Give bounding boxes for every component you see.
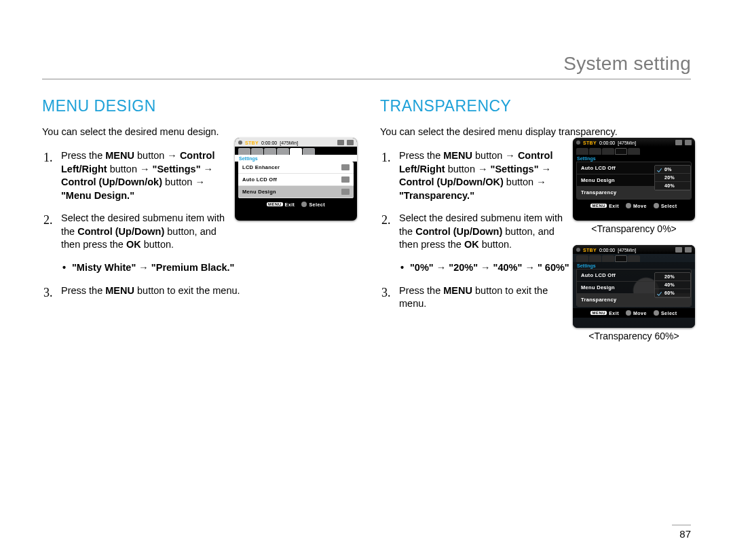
battery-icon	[685, 247, 692, 253]
card-icon	[675, 247, 682, 253]
text: button →	[445, 164, 491, 174]
move-circle-icon	[626, 310, 631, 316]
text-bold: "Transparency."	[399, 190, 474, 201]
menu-row-label: Auto LCD Off	[581, 165, 616, 171]
heading-transparency: TRANSPARENCY	[380, 97, 691, 115]
menu-row-label: Auto LCD Off	[242, 176, 277, 183]
submenu-option: 20%	[655, 174, 690, 182]
menu-row: LCD Enhancer	[238, 162, 354, 174]
exit-label: Exit	[609, 311, 619, 316]
step-2: Select the desired submenu item with the…	[380, 212, 576, 252]
step-1: Press the MENU button → Control Left/Rig…	[42, 149, 238, 202]
text: Press the	[399, 285, 443, 296]
text: button →	[472, 150, 518, 161]
text: →	[539, 164, 552, 174]
select-label: Select	[661, 311, 677, 316]
tab-icon-active	[290, 148, 302, 155]
menu-row-selected: Menu Design	[238, 186, 354, 198]
move-label: Move	[633, 204, 647, 208]
select-label: Select	[309, 202, 325, 207]
step-3: Press the MENU button to exit the menu.	[42, 284, 333, 298]
text: button.	[141, 239, 174, 250]
tab-icon-active	[615, 255, 627, 262]
step-3: Press the MENU button to exit the menu.	[380, 284, 576, 311]
menu-row-label: Menu Design	[242, 189, 276, 195]
menu-badge: MENU	[590, 204, 607, 208]
text-bold: MENU	[105, 285, 134, 296]
submenu-option: 40%	[655, 281, 690, 289]
stby-label: STBY	[583, 141, 597, 145]
text-bold: Control (Up/Down/OK)	[399, 176, 504, 187]
tab-icon	[277, 148, 289, 155]
move-circle-icon	[626, 203, 631, 208]
text: Press the	[61, 285, 105, 296]
menu-row-label: Menu Design	[581, 177, 615, 183]
lcd-transparency-0: STBY 0:00:00 [475Min] Settings Auto LC	[573, 138, 695, 221]
tab-icon	[303, 148, 315, 155]
tab-icon	[589, 255, 601, 262]
tab-icon-active	[615, 148, 627, 155]
tab-icon	[602, 255, 614, 262]
tab-icon	[264, 148, 276, 155]
timecode: 0:00:00	[599, 141, 615, 145]
exit-label: Exit	[609, 204, 619, 208]
step-2: Select the desired submenu item with the…	[42, 212, 238, 252]
remain-time: [475Min]	[618, 141, 636, 145]
record-dot-icon	[576, 141, 580, 145]
column-menu-design: MENU DESIGN You can select the desired m…	[42, 94, 353, 320]
menu-row-label: Transparency	[581, 189, 616, 195]
bullet-options: "Misty White" → "Premium Black."	[62, 261, 353, 275]
menu-badge: MENU	[267, 202, 283, 206]
submenu-option-selected: 0%	[655, 166, 690, 174]
row-icon	[341, 164, 350, 170]
settings-label: Settings	[573, 262, 695, 269]
remain-time: [475Min]	[618, 248, 636, 253]
text: button →	[107, 164, 153, 174]
settings-label: Settings	[573, 155, 695, 162]
timecode: 0:00:00	[599, 248, 615, 253]
tab-icon	[628, 255, 640, 262]
record-dot-icon	[576, 248, 580, 252]
submenu-option: 20%	[655, 273, 690, 281]
text: button to exit the menu.	[134, 285, 240, 296]
text-bold: "Menu Design."	[61, 190, 134, 201]
text-bold: MENU	[105, 150, 134, 161]
battery-icon	[685, 140, 692, 145]
tab-icon	[628, 148, 640, 155]
record-dot-icon	[238, 141, 242, 145]
menu-badge: MENU	[590, 311, 607, 315]
menu-row-label: LCD Enhancer	[242, 164, 280, 170]
tab-icon	[238, 148, 250, 155]
heading-menu-design: MENU DESIGN	[42, 97, 353, 115]
text-bold: Control (Up/Down)	[415, 226, 502, 237]
remain-time: [475Min]	[280, 141, 298, 145]
text: button.	[479, 239, 512, 250]
tab-icon	[251, 148, 263, 155]
tab-icon	[576, 255, 588, 262]
select-label: Select	[661, 204, 677, 208]
tab-icon	[602, 148, 614, 155]
intro-menu-design: You can select the desired menu design.	[42, 126, 353, 137]
text: →	[201, 164, 214, 174]
menu-row-label: Menu Design	[581, 284, 615, 291]
submenu-option-selected: 60%	[655, 289, 690, 297]
text: Press the	[61, 150, 105, 161]
lcd-transparency-60: STBY 0:00:00 [475Min] Settings Auto LC	[573, 245, 695, 328]
battery-icon	[347, 140, 354, 145]
row-icon	[341, 189, 350, 195]
text-bold: Control (Up/Down)	[77, 226, 164, 237]
menu-row-label: Transparency	[581, 297, 616, 303]
text: button →	[162, 176, 205, 187]
timecode: 0:00:00	[261, 141, 277, 145]
column-transparency: TRANSPARENCY You can select the desired …	[380, 94, 691, 320]
page-number: 87	[672, 525, 691, 540]
step-1: Press the MENU button → Control Left/Rig…	[380, 149, 576, 202]
submenu-option: 40%	[655, 182, 690, 190]
caption-transparency-0: <Transparency 0%>	[573, 223, 695, 234]
text-bold: Control (Up/Down/ok)	[61, 176, 162, 187]
move-label: Move	[633, 311, 647, 316]
tab-icon	[589, 148, 601, 155]
text: button →	[134, 150, 180, 161]
settings-label: Settings	[235, 155, 357, 162]
lcd-menu-design: STBY 0:00:00 [475Min] Settings	[235, 138, 357, 221]
